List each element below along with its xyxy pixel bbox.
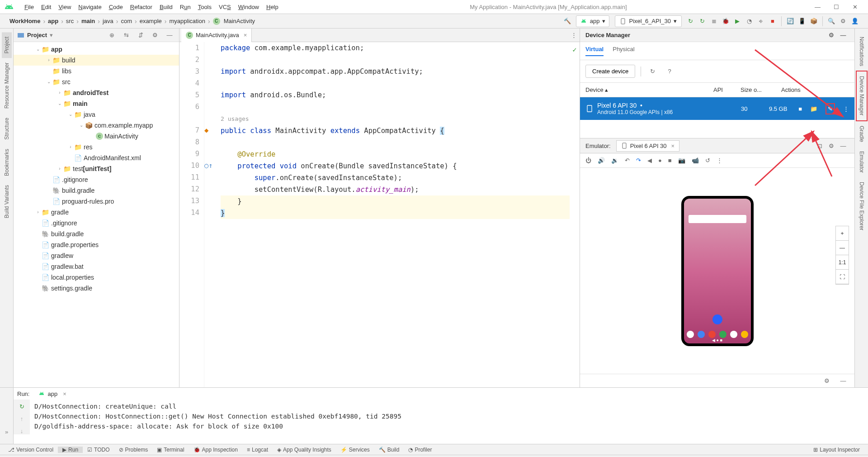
profile-icon[interactable]: ◔ bbox=[743, 15, 755, 27]
rail-structure[interactable]: Structure bbox=[2, 113, 12, 144]
tab-physical[interactable]: Physical bbox=[613, 46, 634, 56]
avd-icon[interactable]: 📱 bbox=[796, 15, 808, 27]
tree-src[interactable]: ⌄📁src bbox=[14, 76, 179, 87]
rail-device-manager[interactable]: Device Manager bbox=[856, 71, 868, 121]
zoom-in-icon[interactable]: + bbox=[836, 226, 849, 241]
menu-refactor[interactable]: Refactor bbox=[127, 3, 156, 11]
gear-icon[interactable]: ⚙ bbox=[826, 29, 837, 41]
power-icon[interactable]: ⏻ bbox=[585, 157, 591, 164]
hide-icon[interactable]: — bbox=[837, 29, 849, 41]
run-log[interactable]: D/HostConnection: createUnique: call D/H… bbox=[30, 400, 406, 434]
zoom-out-icon[interactable]: — bbox=[836, 241, 849, 255]
tree-main[interactable]: ⌄📁main bbox=[14, 98, 179, 109]
minimize-icon[interactable]: — bbox=[815, 4, 821, 10]
rerun-icon[interactable]: ↻ bbox=[19, 403, 24, 410]
col-api[interactable]: API bbox=[713, 86, 741, 93]
rail-bookmarks[interactable]: Bookmarks bbox=[2, 144, 12, 181]
rail-build-variants[interactable]: Build Variants bbox=[2, 181, 12, 223]
maximize-icon[interactable]: ☐ bbox=[834, 4, 840, 10]
tree-test[interactable]: ›📁test [unitTest] bbox=[14, 163, 179, 174]
crumb-main[interactable]: main bbox=[79, 16, 97, 26]
device-row-pixel6[interactable]: Pixel 6 API 30 • Android 11.0 Google API… bbox=[580, 97, 854, 120]
tree-buildgradle[interactable]: 🐘build.gradle bbox=[14, 228, 179, 239]
rail-emulator[interactable]: Emulator bbox=[857, 147, 867, 177]
create-device-button[interactable]: Create device bbox=[585, 65, 635, 78]
edit-device-icon[interactable]: ✎ bbox=[826, 103, 835, 114]
record-video-icon[interactable]: 📹 bbox=[692, 157, 699, 164]
window-icon[interactable]: ⊡ bbox=[814, 140, 826, 152]
make-project-icon[interactable]: 🔨 bbox=[561, 15, 573, 27]
rail-project[interactable]: Project bbox=[2, 32, 12, 58]
tree-libs[interactable]: 📁libs bbox=[14, 66, 179, 76]
crumb-app[interactable]: app bbox=[46, 16, 61, 26]
code-text[interactable]: package com.example.myapplication; impor… bbox=[216, 42, 570, 387]
rail-gradle[interactable]: Gradle bbox=[857, 121, 867, 147]
bb-profiler[interactable]: ◔ Profiler bbox=[404, 447, 436, 453]
bb-services[interactable]: ⚡ Services bbox=[336, 447, 374, 453]
rerun-icon[interactable]: ↻ bbox=[696, 15, 708, 27]
hide-icon[interactable]: — bbox=[164, 29, 175, 41]
menu-file[interactable]: File bbox=[21, 3, 38, 11]
emu-hide-icon[interactable]: — bbox=[837, 375, 849, 387]
tab-more-icon[interactable]: ⋮ bbox=[568, 29, 580, 41]
up-icon[interactable]: ↑ bbox=[20, 415, 24, 422]
tree-manifest[interactable]: 📄AndroidManifest.xml bbox=[14, 152, 179, 163]
stop-icon[interactable]: ■ bbox=[767, 15, 778, 27]
rail-device-file-explorer[interactable]: Device File Explorer bbox=[857, 177, 867, 235]
stop-icon[interactable]: ■ bbox=[668, 157, 672, 164]
bb-layout-inspector[interactable]: ⊞ Layout Inspector bbox=[809, 447, 864, 453]
emu-settings-icon[interactable]: ⚙ bbox=[821, 375, 833, 387]
volume-down-icon[interactable]: 🔉 bbox=[611, 157, 618, 164]
tab-virtual[interactable]: Virtual bbox=[585, 46, 604, 56]
tree-mainactivity[interactable]: CMainActivity bbox=[14, 131, 179, 142]
tree-proguard[interactable]: 📄proguard-rules.pro bbox=[14, 196, 179, 207]
tree-java[interactable]: ⌄📁java bbox=[14, 109, 179, 120]
tree-gitignore[interactable]: 📄.gitignore bbox=[14, 218, 179, 228]
bb-terminal[interactable]: ▣ Terminal bbox=[152, 447, 189, 453]
code-editor[interactable]: 1234567891011121314 ◆ ○↑ package com.exa… bbox=[179, 42, 580, 387]
bb-version-control[interactable]: ⎇ Version Control bbox=[4, 447, 58, 453]
screenshot-icon[interactable]: 📷 bbox=[678, 157, 685, 164]
down-icon[interactable]: ↓ bbox=[20, 428, 24, 434]
more-device-icon[interactable]: ⋮ bbox=[843, 105, 849, 112]
bb-logcat[interactable]: ≡ Logcat bbox=[242, 447, 273, 453]
col-device[interactable]: Device ▴ bbox=[585, 86, 713, 93]
crumb-src[interactable]: src bbox=[64, 16, 76, 26]
collapse-icon[interactable]: ⇵ bbox=[135, 29, 146, 41]
tree-gradleprops[interactable]: 📄gradle.properties bbox=[14, 239, 179, 250]
editor-tab-mainactivity[interactable]: C MainActivity.java × bbox=[181, 29, 252, 42]
more-emulator-icon[interactable]: ⋮ bbox=[717, 157, 722, 164]
project-tree[interactable]: ⌄📁app ›📁build 📁libs ⌄📁src ›📁androidTest … bbox=[14, 42, 179, 387]
bb-build[interactable]: 🔨 Build bbox=[374, 447, 404, 453]
gear-icon[interactable]: ⚙ bbox=[826, 140, 837, 152]
bb-run[interactable]: ▶ Run bbox=[58, 447, 83, 453]
tree-gradlew[interactable]: 📄gradlew bbox=[14, 250, 179, 261]
record-icon[interactable]: ● bbox=[658, 157, 662, 164]
debug-icon[interactable]: 🐞 bbox=[720, 15, 731, 27]
crumb-pkg[interactable]: myapplication bbox=[167, 16, 208, 26]
coverage-icon[interactable]: ▶ bbox=[731, 15, 743, 27]
device-selector[interactable]: Pixel_6_API_30 ▾ bbox=[615, 15, 682, 27]
emulator-tab[interactable]: Pixel 6 API 30 × bbox=[616, 140, 680, 152]
menu-view[interactable]: View bbox=[55, 3, 75, 11]
volume-up-icon[interactable]: 🔊 bbox=[598, 157, 605, 164]
bb-problems[interactable]: ⊘ Problems bbox=[114, 447, 153, 453]
tree-gradlewbat[interactable]: 📄gradlew.bat bbox=[14, 261, 179, 272]
stop-device-icon[interactable]: ■ bbox=[798, 105, 802, 112]
menu-build[interactable]: Build bbox=[156, 3, 176, 11]
tree-localprops[interactable]: 📄local.properties bbox=[14, 272, 179, 283]
tree-res[interactable]: ›📁res bbox=[14, 142, 179, 152]
crumb-com[interactable]: com bbox=[118, 16, 134, 26]
rail-notifications[interactable]: Notifications bbox=[857, 32, 867, 71]
expand-icon[interactable]: ⇆ bbox=[120, 29, 132, 41]
sdk-icon[interactable]: 📦 bbox=[808, 15, 820, 27]
menu-navigate[interactable]: Navigate bbox=[75, 3, 105, 11]
select-opened-icon[interactable]: ⊕ bbox=[106, 29, 118, 41]
crumb-example[interactable]: example bbox=[137, 16, 164, 26]
run-config-selector[interactable]: app ▾ bbox=[576, 15, 610, 27]
tree-package[interactable]: ⌄📦com.example.myapp bbox=[14, 120, 179, 131]
run-tab-app[interactable]: app × bbox=[34, 387, 71, 400]
bb-app-quality[interactable]: ◈ App Quality Insights bbox=[273, 447, 336, 453]
refresh-icon[interactable]: ↻ bbox=[646, 66, 658, 77]
menu-window[interactable]: Window bbox=[235, 3, 263, 11]
